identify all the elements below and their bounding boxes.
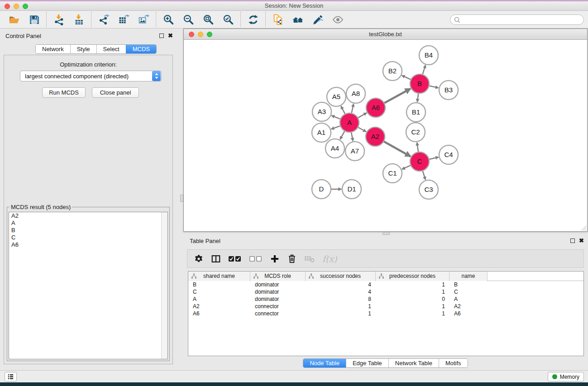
floppy-save-icon[interactable] [26,12,42,27]
tab-motifs[interactable]: Motifs [439,359,468,367]
graph-node-A8[interactable]: A8 [346,84,365,103]
tab-edge-table[interactable]: Edge Table [346,359,388,367]
minimize-window-icon[interactable] [14,4,19,9]
network-zoom-icon[interactable] [207,32,212,37]
import-table-icon[interactable] [71,12,87,27]
search-input[interactable] [460,16,583,24]
export-network-icon[interactable] [96,12,112,27]
documents-share-icon[interactable] [270,12,286,27]
magnifier-fit-icon[interactable] [200,12,216,27]
graph-node-B2[interactable]: B2 [383,62,402,81]
graph-node-A7[interactable]: A7 [345,142,364,161]
export-image-icon[interactable] [135,12,152,27]
run-mcds-button[interactable]: Run MCDS [42,87,86,98]
column-header-shared-name[interactable]: shared name [188,272,250,281]
graph-edge-A2-C[interactable] [384,142,411,157]
graph-edge-C-C1[interactable] [402,166,411,169]
result-list-scrollbar[interactable] [161,212,167,359]
tab-mcds[interactable]: MCDS [126,45,156,53]
eye-icon[interactable] [330,12,346,27]
graph-node-B3[interactable]: B3 [439,81,458,100]
network-minimize-icon[interactable] [198,32,203,37]
main-titlebar[interactable]: Session: New Session [0,1,588,11]
graph-node-A4[interactable]: A4 [325,139,344,158]
graph-edge-A-A4[interactable] [340,131,344,139]
checked-boxes-icon[interactable] [228,254,242,264]
graph-node-A5[interactable]: A5 [327,87,346,106]
close-window-icon[interactable] [5,4,10,9]
float-panel-icon[interactable] [159,33,164,38]
graph-node-D1[interactable]: D1 [342,180,361,199]
tab-node-table[interactable]: Node Table [303,359,346,367]
network-canvas[interactable]: AA1A2A3A4A5A6A7A8BB1B2B3B4CC1C2C3C4DD1 [184,40,587,231]
graph-node-A6[interactable]: A6 [366,98,385,117]
unchecked-boxes-icon[interactable] [249,254,263,264]
graph-node-A[interactable]: A [340,113,359,132]
graph-node-C4[interactable]: C4 [439,145,458,164]
graph-node-C3[interactable]: C3 [419,180,438,199]
graph-node-A3[interactable]: A3 [312,102,331,121]
graph-node-B[interactable]: B [410,74,429,93]
column-view-icon[interactable] [211,254,221,264]
import-network-icon[interactable] [51,12,67,27]
result-list-item[interactable]: B [9,227,167,234]
graph-edge-A-A2[interactable] [358,128,366,132]
graph-node-D[interactable]: D [312,180,331,199]
plus-icon[interactable] [270,254,280,264]
graph-edge-A-A6[interactable] [358,113,367,118]
close-panel-button[interactable]: Close panel [92,87,139,98]
graph-edge-C-C3[interactable] [423,171,425,180]
resize-grip-icon[interactable] [581,225,587,231]
graph-edge-B-B3[interactable] [430,86,439,88]
close-panel-icon[interactable]: ✖ [168,33,173,38]
column-header-MCDS-role[interactable]: MCDS role [250,272,306,281]
double-house-icon[interactable] [290,12,306,27]
table-row[interactable]: A2connector11A2 [188,303,583,310]
network-view-window[interactable]: testGlobe.txt AA1A2A3A4A5A6A7A8BB1B2B3B4… [183,29,588,232]
graph-edge-A-A7[interactable] [351,133,353,141]
gear-icon[interactable] [194,254,204,264]
close-table-panel-icon[interactable]: ✖ [579,238,584,243]
tab-style[interactable]: Style [70,45,96,53]
magnifier-minus-icon[interactable] [180,12,196,27]
graph-edge-A6-B[interactable] [384,89,411,103]
graph-edge-B-B2[interactable] [402,76,411,80]
graph-node-C1[interactable]: C1 [383,164,402,183]
result-list-item[interactable]: A [9,219,167,227]
trash-icon[interactable] [287,254,297,264]
column-header-successor-nodes[interactable]: successor nodes [306,272,376,281]
graph-node-C2[interactable]: C2 [406,123,425,142]
tab-select[interactable]: Select [96,45,126,53]
result-list-item[interactable]: A6 [9,241,167,248]
optimization-criterion-dropdown[interactable]: largest connected component (directed) [20,71,162,81]
graph-node-C[interactable]: C [410,152,429,171]
column-header-predecessor-nodes[interactable]: predecessor nodes [376,272,449,281]
zoom-window-icon[interactable] [23,4,28,9]
network-graph[interactable]: AA1A2A3A4A5A6A7A8BB1B2B3B4CC1C2C3C4DD1 [184,40,587,231]
graph-edge-A-A5[interactable] [341,106,345,114]
task-history-button[interactable] [5,372,17,381]
export-table-icon[interactable] [115,12,132,27]
magnifier-check-icon[interactable] [220,12,236,27]
refresh-arrows-icon[interactable] [245,12,261,27]
result-list-item[interactable]: A2 [9,212,167,219]
float-table-panel-icon[interactable] [570,238,575,243]
result-list-item[interactable]: C [9,234,167,241]
graph-edge-A-A1[interactable] [331,126,340,129]
tab-network-table[interactable]: Network Table [388,359,439,367]
pen-eye-icon[interactable] [310,12,326,27]
network-window-titlebar[interactable]: testGlobe.txt [184,29,587,40]
graph-edge-C-C2[interactable] [417,143,418,152]
graph-edge-B-B4[interactable] [423,65,425,74]
table-row[interactable]: Bdominator41B [188,281,583,288]
graph-node-A1[interactable]: A1 [312,123,331,142]
tab-network[interactable]: Network [36,45,70,53]
graph-edge-A-A8[interactable] [352,104,354,113]
column-header-name[interactable]: name [449,272,488,281]
graph-edge-A-A3[interactable] [331,115,340,119]
table-row[interactable]: A6connector11A6 [188,310,583,317]
graph-edge-C-C4[interactable] [429,157,438,159]
graph-node-B1[interactable]: B1 [406,103,425,122]
table-row[interactable]: Adominator80A [188,295,583,303]
memory-button[interactable]: Memory [548,372,584,381]
